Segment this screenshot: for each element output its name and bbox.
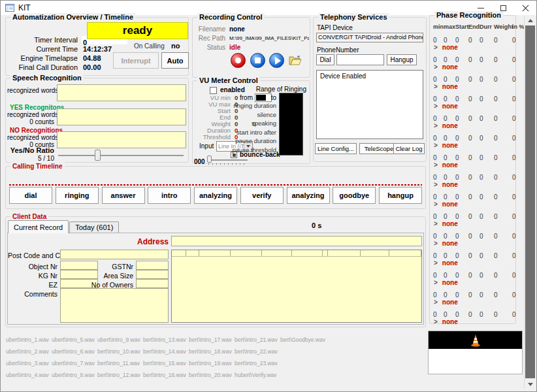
range-fields-redacted[interactable] xyxy=(279,93,303,155)
play-icon[interactable] xyxy=(269,53,284,68)
comments-input[interactable] xyxy=(60,288,169,323)
timeline-button-ringing-1[interactable]: ringing xyxy=(56,187,99,204)
phase-value: 0 xyxy=(444,213,455,220)
scroll-down-icon[interactable] xyxy=(526,380,534,389)
phase-status-row: >none xyxy=(430,201,515,208)
object-nr-label: Object Nr xyxy=(8,263,57,270)
gstnr-input[interactable] xyxy=(136,261,169,270)
client-records-grid[interactable] xyxy=(171,250,422,323)
automatization-row-value: 04.88 xyxy=(83,54,101,62)
file-row: ubert\Intro_2.wavubert\Intro_6.wavbert\I… xyxy=(6,348,427,360)
phase-value: 0 xyxy=(433,311,443,318)
phase-values-row: 0000000 xyxy=(430,174,515,181)
timeline-button-analyzing-6[interactable]: analyzing xyxy=(287,187,330,204)
phase-value: 0 xyxy=(494,76,512,83)
timeline-button-intro-3[interactable]: intro xyxy=(148,187,191,204)
chevron-marker: > xyxy=(434,240,438,247)
line-config-button[interactable]: Line Config... xyxy=(315,143,357,154)
address-input[interactable] xyxy=(171,236,422,246)
timeline-button-analyzing-4[interactable]: analyzing xyxy=(194,187,237,204)
phase-value: 0 xyxy=(444,291,455,299)
phase-value: 0 xyxy=(444,233,455,240)
telescope-button[interactable]: TeleScope xyxy=(359,143,399,154)
timeline-buttons: dialringinganswerintroanalyzingverifyana… xyxy=(9,187,422,204)
phase-value: 0 xyxy=(433,135,443,142)
phase-value: 0 xyxy=(468,291,479,299)
phase-value: 0 xyxy=(480,272,493,279)
from-label: from xyxy=(227,94,253,101)
area-size-input[interactable] xyxy=(136,270,169,279)
speech-panel: Speech Recognition recognized words YES … xyxy=(5,78,189,163)
wav-file-name: ubert\Intro_5.wav xyxy=(52,336,97,348)
ratio-slider-thumb[interactable] xyxy=(95,150,101,161)
stop-icon[interactable] xyxy=(250,53,265,68)
telephony-log[interactable]: Device Enabled xyxy=(316,70,423,139)
speech-title: Speech Recognition xyxy=(10,74,84,82)
range-of-ringing-label: Range of Ringing xyxy=(248,86,306,93)
vu-slider-thumb[interactable] xyxy=(207,155,212,163)
vlc-cone-icon xyxy=(470,334,481,347)
scrollbar-thumb[interactable] xyxy=(525,25,535,378)
vu-range-label: pause duration xyxy=(193,137,276,146)
phase-status-row: >none xyxy=(430,142,515,149)
no-recognized-field[interactable] xyxy=(57,131,186,148)
phase-value: 0 xyxy=(455,291,468,299)
comments-label: Comments xyxy=(8,290,57,298)
dial-button[interactable]: Dial xyxy=(316,54,334,65)
vu-range-label: speaking xyxy=(193,120,276,129)
wav-file-name: bert\Intro_11.wav xyxy=(97,360,143,372)
timeline-button-dial-0[interactable]: dial xyxy=(9,187,52,204)
owners-input[interactable] xyxy=(136,279,169,288)
phase-row-group: 0000000>none xyxy=(430,247,515,267)
telephony-panel: Telephony Services TAPI Device CONVERGIT… xyxy=(313,17,427,162)
postcode-input[interactable] xyxy=(60,250,169,259)
phase-value: 0 xyxy=(468,154,479,161)
phase-header-cell: max xyxy=(444,24,455,30)
recognized-words-field[interactable] xyxy=(57,84,186,101)
wav-file-name: ubert\Intro_7.wav xyxy=(52,360,97,372)
phase-value: 0 xyxy=(480,37,493,44)
hangup-button[interactable]: Hangup xyxy=(387,54,417,65)
record-icon[interactable] xyxy=(231,53,246,68)
phase-value: 0 xyxy=(444,174,455,181)
phase-value: 0 xyxy=(468,272,479,279)
phase-value: 0 xyxy=(480,135,493,142)
phase-status: none xyxy=(442,103,458,110)
recording-title: Recording Control xyxy=(197,13,265,22)
phase-value: 0 xyxy=(433,193,443,201)
phase-value: 0 xyxy=(468,76,479,83)
phase-value: 0 xyxy=(512,311,521,318)
phase-value: 0 xyxy=(468,311,479,318)
chevron-marker: > xyxy=(434,259,438,267)
phase-value: 0 xyxy=(455,56,468,63)
status-value: idle xyxy=(229,44,240,51)
phone-number-input[interactable] xyxy=(336,54,384,65)
yes-recognized-field[interactable] xyxy=(57,108,186,125)
phase-values-row: 0000000 xyxy=(430,135,515,142)
tab-current-record[interactable]: Current Record xyxy=(8,220,69,233)
chevron-marker: > xyxy=(434,181,438,188)
timeline-button-goodbye-7[interactable]: goodbye xyxy=(333,187,376,204)
auto-button[interactable]: Auto xyxy=(161,52,189,69)
tab-today[interactable]: Today (601) xyxy=(69,221,119,233)
phase-row-group: 0000000>none xyxy=(430,267,515,286)
postcode-label: Post Code and City xyxy=(8,252,57,259)
timeline-button-hangup-8[interactable]: hangup xyxy=(379,187,422,204)
phase-header-cell: Durr xyxy=(480,24,493,30)
interrupt-button[interactable]: Interrupt xyxy=(113,52,159,69)
clear-log-button[interactable]: Clear Log xyxy=(393,143,425,154)
phase-values-row: 0000000 xyxy=(430,311,515,318)
folder-open-icon[interactable] xyxy=(289,56,302,66)
phase-status: none xyxy=(442,63,458,71)
wav-file-name: bert\Intro_13.wav xyxy=(143,336,189,348)
phase-value: 0 xyxy=(512,56,521,63)
vu-enabled-checkbox[interactable] xyxy=(210,87,217,94)
close-button[interactable] xyxy=(514,1,536,15)
wav-file-name: ubert\Intro_1.wav xyxy=(6,336,52,348)
tapi-device-field[interactable]: CONVERGIT TAPIDroid - Android Phone WLAN xyxy=(316,33,423,42)
timeline-button-answer-2[interactable]: answer xyxy=(102,187,145,204)
timeline-button-verify-5[interactable]: verify xyxy=(240,187,284,204)
grid-header-cell xyxy=(186,250,199,256)
phase-status-row: >none xyxy=(430,279,515,286)
scroll-up-icon[interactable] xyxy=(526,16,534,25)
